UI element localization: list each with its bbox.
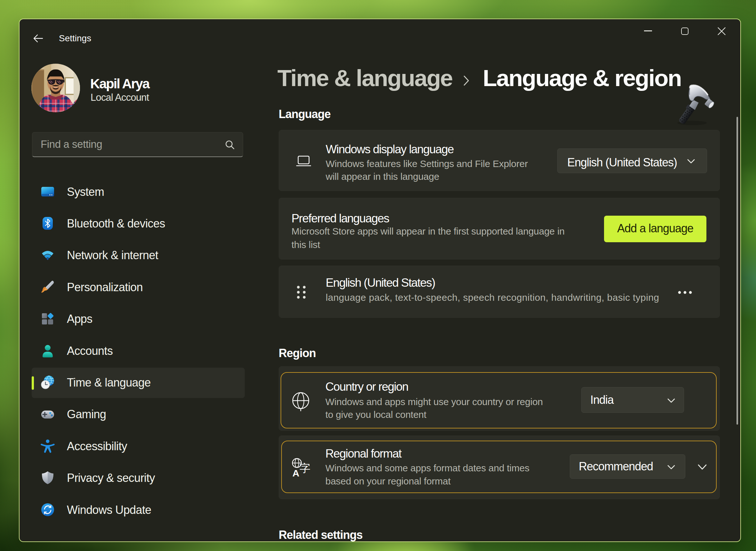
svg-text:字: 字: [299, 462, 310, 474]
svg-text:A: A: [292, 468, 299, 478]
